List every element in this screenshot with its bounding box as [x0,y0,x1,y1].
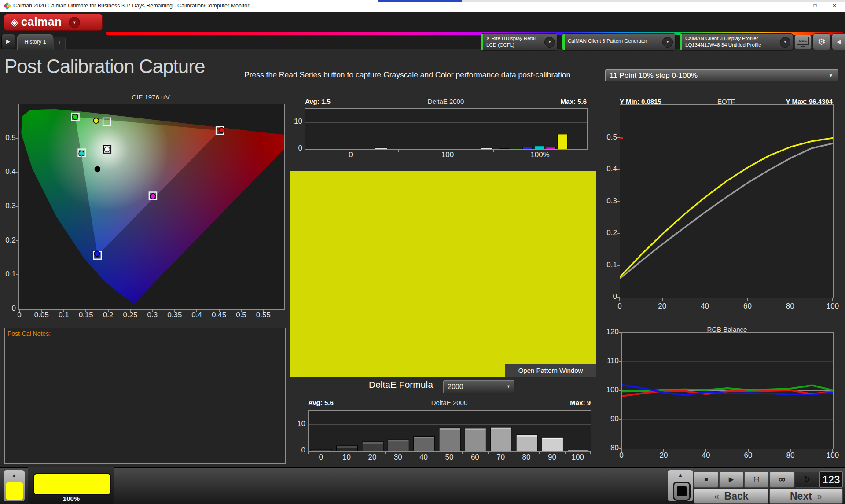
continuous-measure-button[interactable]: ∞ [770,471,794,488]
expand-up-icon[interactable]: ▲ [668,470,693,481]
ddc-button[interactable]: DDC [794,35,812,49]
tick-mark [705,449,706,452]
pattern-generator-dropdown[interactable]: CalMAN Client 3 Pattern Generator ▼ [562,33,676,51]
settings-gear-button[interactable]: ⚙ [813,33,830,50]
stop-all-button[interactable] [673,482,691,501]
open-pattern-window-button[interactable]: Open Pattern Window [505,364,596,377]
tick-mark [832,449,833,452]
rgb-x-tick-label: 0 [619,451,623,460]
rgb-y-tick-label: 80 [597,444,619,452]
tick-mark [174,309,175,312]
deltae-formula-dropdown[interactable]: 2000 ▼ [443,380,514,393]
deltae-top-y-tick: 0 [286,144,302,153]
window-titlebar: Calman 2020 Calman Ultimate for Business… [0,0,845,12]
deltae-bottom-x-label: 80 [522,453,531,462]
deltae-bottom-y-tick: 10 [289,419,305,428]
tick-mark [565,452,566,454]
meter-mode: LCD (CCFL) [486,42,514,48]
refresh-button[interactable]: ↻ [795,471,819,488]
display-profiler-dropdown[interactable]: CalMAN Client 3 Display Profiler LQ134N1… [680,33,793,51]
back-button[interactable]: « Back [694,489,768,504]
tick-mark [619,419,621,420]
pattern-preview[interactable] [290,171,596,377]
collapse-panel-button[interactable]: ◀ [832,33,845,50]
tick-mark [748,449,749,452]
tick-mark [617,233,620,234]
add-tab-button[interactable]: + [53,37,66,50]
cie-x-tick-label: 0.35 [167,311,182,320]
eotf-ymax-label: Y Max: 96.4304 [620,98,833,105]
cie-x-tick-label: 0.5 [236,311,246,320]
chevron-down-icon[interactable]: ▼ [662,37,673,48]
cie-x-tick-label: 0.45 [212,311,226,320]
rgb-x-tick-label: 20 [660,451,668,460]
deltae-top-y-tick: 10 [286,117,302,126]
post-cal-notes-box[interactable]: Post-Cal Notes: [4,328,286,464]
point-preset-value: 11 Point 10% step 0-100% [610,71,698,80]
cie-y-tick-label: 0 [0,304,16,313]
rgb-y-tick-label: 90 [597,415,619,423]
eotf-x-tick-label: 80 [786,302,794,311]
pattern-level-swatch[interactable] [33,473,111,495]
calman-logo-text: calman [21,15,62,29]
tick-mark [747,298,748,301]
next-button[interactable]: Next » [769,489,843,504]
deltae-bottom-x-label: 100 [572,453,584,462]
window-title: Calman 2020 Calman Ultimate for Business… [13,3,249,9]
page-title: Post Calibration Capture [4,55,205,77]
tick-mark [16,274,18,275]
expand-up-icon[interactable]: ▲ [4,470,25,482]
rgb-balance-title: RGB Balance [621,326,833,333]
rgb-balance-chart [621,332,834,449]
deltae-bottom-x-label: 30 [394,453,402,462]
eotf-y-tick-label: 0.4 [595,165,617,173]
rgb-x-tick-label: 60 [744,451,753,460]
top-progress-strip [378,0,462,2]
deltae-formula-label: DeltaE Formula [369,379,433,390]
tick-mark [16,240,18,241]
maximize-button[interactable]: □ [805,0,825,12]
source-name: CalMAN Client 3 Pattern Generator [568,38,647,44]
profiler-status-indicator [680,34,682,50]
play-button[interactable]: ▶ [719,471,743,488]
tick-mark [385,452,386,454]
deltae-bottom-x-label: 10 [342,453,351,462]
tick-mark [617,137,620,138]
profiler-name: CalMAN Client 3 Display Profiler [685,35,758,42]
top-strip [462,0,845,2]
calman-menu-button[interactable]: ◈ calman ▼ [4,14,103,31]
post-cal-notes-label: Post-Cal Notes: [7,330,51,337]
deltae-bottom-x-label: 90 [548,453,556,462]
chevron-down-icon[interactable]: ▼ [544,37,555,48]
tab-scroll-button[interactable]: ▶ [1,34,15,49]
tick-mark [41,309,42,312]
cie-1976-chart [18,104,285,310]
app-chrome: ◈ calman ▼ ▶ History 1 + X-Rite i1Displa… [0,12,845,49]
tick-mark [619,361,621,362]
pattern-level-label: 100% [28,495,114,502]
measure-counter: 123 [819,471,843,488]
tab-history-1[interactable]: History 1 [17,34,53,50]
deltae-bottom-x-label: 50 [445,453,454,462]
rgb-y-tick-label: 120 [597,327,619,336]
single-measure-button[interactable]: [··] [744,471,768,488]
minimize-button[interactable]: – [786,0,805,12]
eotf-x-tick-label: 100 [827,302,839,311]
pattern-color-swatch[interactable] [6,482,23,500]
point-preset-dropdown[interactable]: 11 Point 10% step 0-100% ▼ [605,69,838,81]
tick-mark [360,452,360,454]
chevron-down-icon[interactable]: ▼ [780,37,790,48]
tick-mark [263,309,264,312]
tick-mark [488,452,489,454]
stop-button[interactable]: ■ [694,471,718,488]
tick-mark [493,150,494,152]
tick-mark [539,452,540,454]
tick-mark [832,298,833,301]
tick-mark [617,297,620,298]
meter-dropdown[interactable]: X-Rite i1Display Retail LCD (CCFL) ▼ [481,33,558,51]
deltae-bottom-x-label: 0 [319,453,323,462]
deltae-top-x-label: 0 [349,151,353,159]
close-button[interactable]: ✕ [825,0,844,12]
rgb-y-tick-label: 100 [597,386,619,394]
stop-panel: ▲ [668,470,693,501]
